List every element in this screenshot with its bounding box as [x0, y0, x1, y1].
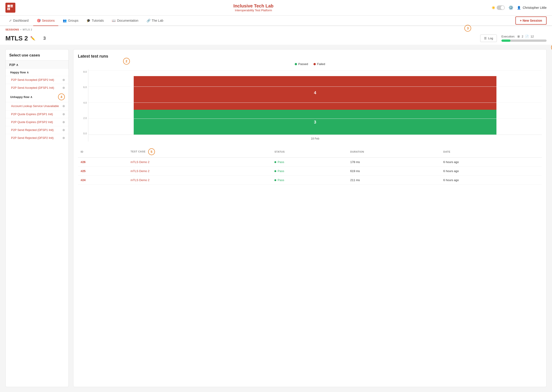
- nav-dashboard[interactable]: ⤢ Dashboard: [5, 16, 32, 26]
- file-icon: 🖥: [517, 35, 520, 38]
- gear-icon[interactable]: ⚙️: [508, 5, 513, 10]
- row-case-0[interactable]: mTLS Demo 2: [131, 160, 149, 164]
- sidebar-item-p2p-dfsp1[interactable]: P2P Send Accepted (DFSP1 Init): [6, 84, 69, 92]
- log-button[interactable]: ☰ Log: [480, 35, 497, 42]
- user-section: 👤 Christopher Little: [517, 6, 547, 9]
- tutorials-icon: 🎓: [86, 19, 90, 22]
- status-dot: [274, 170, 276, 172]
- breadcrumb-sessions[interactable]: SESSIONS: [5, 28, 19, 31]
- header-center: Inclusive Tech Lab Interoperability Test…: [233, 3, 273, 12]
- nav-items: ⤢ Dashboard 🎯 Sessions 👥 Groups 🎓 Tutori…: [5, 16, 167, 26]
- row-id-2[interactable]: #24: [81, 178, 86, 182]
- execution-label: Execution: 🖥 2 📄 12: [501, 35, 547, 38]
- right-panel: Latest test runs 2 Passed Failed: [73, 49, 547, 387]
- edit-icon[interactable]: ✏️: [30, 36, 35, 41]
- thelab-icon: 🔗: [147, 19, 150, 22]
- row-status-1: Pass: [274, 169, 345, 173]
- sidebar-dot: [63, 113, 65, 115]
- row-date-1: 6 hours ago: [441, 167, 542, 176]
- nav-documentation[interactable]: 📖 Documentation: [108, 16, 142, 26]
- sidebar-subsection-happy: Happy flow ∧: [6, 69, 69, 76]
- header: Inclusive Tech Lab Interoperability Test…: [0, 0, 552, 16]
- table-row: #25 mTLS Demo 2 Pass 619 ms 6 hours ago: [78, 167, 542, 176]
- table-header-row: ID TEST CASE 5 STATUS DURATION DATE: [78, 146, 542, 158]
- x-axis-label: 18 Feb: [88, 137, 542, 140]
- col-test-case: TEST CASE 5: [128, 146, 272, 158]
- execution-progress-bar: [501, 40, 547, 42]
- y-axis: 8.0 6.0 4.0 2.0 0.0: [78, 69, 88, 142]
- sidebar-section-p2p[interactable]: P2P ∧: [6, 61, 69, 69]
- sidebar-dot: [63, 105, 65, 107]
- sidebar-dot: [63, 87, 65, 89]
- user-name: Christopher Little: [523, 6, 547, 9]
- chart-area: 2 Passed Failed 8.0 6.0 4.0 2.0: [78, 62, 542, 142]
- panel-title: Latest test runs: [78, 54, 542, 59]
- sessions-icon: 🎯: [37, 19, 41, 22]
- page-number: 3: [43, 36, 46, 41]
- col-date: DATE: [441, 146, 542, 158]
- page-header-left: MTLS 2 ✏️ 3: [5, 35, 46, 42]
- legend-passed: Passed: [295, 62, 308, 66]
- row-duration-0: 178 ms: [348, 158, 441, 167]
- row-id-1[interactable]: #25: [81, 169, 86, 173]
- sidebar-dot: [63, 79, 65, 81]
- dashboard-icon: ⤢: [9, 19, 12, 22]
- sidebar-dot: [63, 129, 65, 131]
- status-dot: [274, 161, 276, 163]
- legend-failed: Failed: [314, 62, 325, 66]
- col-duration: DURATION: [348, 146, 441, 158]
- row-date-0: 6 hours ago: [441, 158, 542, 167]
- row-date-2: 6 hours ago: [441, 176, 542, 185]
- annotation-4: 4: [58, 93, 65, 100]
- row-case-1[interactable]: mTLS Demo 2: [131, 169, 149, 173]
- nav-the-lab[interactable]: 🔗 The Lab: [143, 16, 167, 26]
- y-label-80: 8.0: [78, 70, 88, 73]
- chart-plot: 4 3 18 Feb: [88, 69, 542, 142]
- doc-icon: 📄: [525, 35, 529, 38]
- sidebar-title: Select use cases: [6, 53, 69, 61]
- groups-icon: 👥: [63, 19, 67, 22]
- nav-sessions[interactable]: 🎯 Sessions: [33, 16, 58, 26]
- annotation-5: 5: [148, 148, 155, 155]
- breadcrumb-separator: •: [20, 28, 21, 31]
- navigation: ⤢ Dashboard 🎯 Sessions 👥 Groups 🎓 Tutori…: [0, 16, 552, 26]
- row-duration-2: 211 ms: [348, 176, 441, 185]
- sidebar-item-p2p-rejected-dfsp2[interactable]: P2P Send Rejected (DFSP2 Init): [6, 134, 69, 142]
- gsma-logo: [5, 3, 15, 13]
- failed-dot: [314, 63, 316, 65]
- svg-rect-3: [7, 8, 9, 10]
- page-actions: 3 ☰ Log Execution: 🖥 2 📄 12: [476, 35, 547, 42]
- col-status: STATUS: [272, 146, 347, 158]
- header-right: ☀️ ⚙️ 👤 Christopher Little: [491, 5, 547, 10]
- row-id-0[interactable]: #26: [81, 160, 86, 164]
- sun-icon: ☀️: [491, 6, 495, 9]
- sidebar-item-p2p-rejected-dfsp1[interactable]: P2P Send Rejected (DFSP1 Init): [6, 126, 69, 134]
- sidebar-item-p2p-quote-dfsp2[interactable]: P2P Quote Expires (DFSP2 Init): [6, 118, 69, 126]
- passed-dot: [295, 63, 297, 65]
- sidebar-item-p2p-quote-dfsp1[interactable]: P2P Quote Expires (DFSP1 Init): [6, 110, 69, 118]
- svg-rect-2: [10, 6, 13, 7]
- nav-tutorials[interactable]: 🎓 Tutorials: [83, 16, 107, 26]
- annotation-2: 2: [123, 58, 130, 65]
- chart-body: 8.0 6.0 4.0 2.0 0.0: [78, 69, 542, 142]
- execution-section: Execution: 🖥 2 📄 12 1: [501, 35, 547, 42]
- theme-toggle[interactable]: ☀️: [491, 5, 505, 10]
- new-session-button[interactable]: + New Session: [515, 16, 547, 25]
- status-dot: [274, 179, 276, 181]
- sidebar-subsection-unhappy: Unhappy flow ∧ 4: [6, 92, 69, 102]
- svg-rect-0: [7, 5, 10, 7]
- toggle-switch[interactable]: [497, 5, 505, 10]
- page-top-section: SESSIONS • MTLS 2 MTLS 2 ✏️ 3 3: [0, 26, 552, 45]
- user-icon: 👤: [517, 6, 521, 9]
- row-case-2[interactable]: mTLS Demo 2: [131, 178, 149, 182]
- sidebar-dot: [63, 137, 65, 139]
- sidebar-dot: [63, 121, 65, 123]
- nav-groups[interactable]: 👥 Groups: [59, 16, 82, 26]
- svg-rect-1: [10, 5, 13, 6]
- sidebar-item-p2p-dfsp2[interactable]: P2P Send Accepted (DFSP2 Init): [6, 76, 69, 84]
- sidebar-item-account-lookup[interactable]: Account Lookup Service Unavailable: [6, 102, 69, 110]
- results-table: ID TEST CASE 5 STATUS DURATION DATE: [78, 146, 542, 185]
- app-title: Inclusive Tech Lab: [233, 3, 273, 9]
- table-row: #26 mTLS Demo 2 Pass 178 ms 6 hours ago: [78, 158, 542, 167]
- main-content: Select use cases P2P ∧ Happy flow ∧ P2P …: [0, 45, 552, 392]
